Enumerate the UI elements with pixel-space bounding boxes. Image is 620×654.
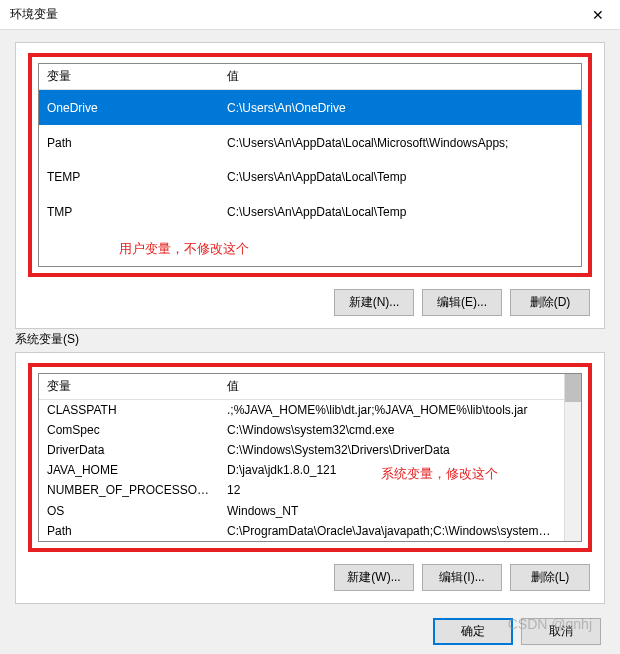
- user-delete-button[interactable]: 删除(D): [510, 289, 590, 316]
- scroll-thumb[interactable]: [565, 374, 581, 402]
- var-value: C:\Windows\system32\cmd.exe: [219, 420, 564, 440]
- col-variable[interactable]: 变量: [39, 64, 219, 90]
- system-new-button[interactable]: 新建(W)...: [334, 564, 414, 591]
- scrollbar[interactable]: [564, 374, 581, 542]
- system-variables-panel: 变量 值 CLASSPATH.;%JAVA_HOME%\lib\dt.jar;%…: [15, 352, 605, 605]
- var-value: 12: [219, 480, 564, 500]
- system-variables-highlight: 变量 值 CLASSPATH.;%JAVA_HOME%\lib\dt.jar;%…: [28, 363, 592, 553]
- col-variable[interactable]: 变量: [39, 374, 219, 400]
- col-value[interactable]: 值: [219, 374, 564, 400]
- var-value: .;%JAVA_HOME%\lib\dt.jar;%JAVA_HOME%\lib…: [219, 399, 564, 420]
- table-row[interactable]: CLASSPATH.;%JAVA_HOME%\lib\dt.jar;%JAVA_…: [39, 399, 564, 420]
- table-row[interactable]: ComSpecC:\Windows\system32\cmd.exe: [39, 420, 564, 440]
- var-value: C:\ProgramData\Oracle\Java\javapath;C:\W…: [219, 521, 564, 541]
- user-new-button[interactable]: 新建(N)...: [334, 289, 414, 316]
- var-name: ComSpec: [39, 420, 219, 440]
- cancel-button[interactable]: 取消: [521, 618, 601, 645]
- close-button[interactable]: ✕: [575, 0, 620, 30]
- table-row[interactable]: OSWindows_NT: [39, 501, 564, 521]
- col-value[interactable]: 值: [219, 64, 581, 90]
- table-row[interactable]: PathC:\Users\An\AppData\Local\Microsoft\…: [39, 125, 581, 160]
- var-name: JAVA_HOME: [39, 460, 219, 480]
- titlebar: 环境变量 ✕: [0, 0, 620, 30]
- system-section-label: 系统变量(S): [15, 331, 605, 348]
- var-name: NUMBER_OF_PROCESSORS: [39, 480, 219, 500]
- var-value: C:\Users\An\AppData\Local\Temp: [219, 195, 581, 230]
- close-icon: ✕: [592, 7, 604, 23]
- var-name: OneDrive: [39, 90, 219, 126]
- table-row[interactable]: TMPC:\Users\An\AppData\Local\Temp: [39, 195, 581, 230]
- user-variables-highlight: 变量 值 OneDriveC:\Users\An\OneDrivePathC:\…: [28, 53, 592, 277]
- var-name: OS: [39, 501, 219, 521]
- dialog-content: 变量 值 OneDriveC:\Users\An\OneDrivePathC:\…: [0, 30, 620, 654]
- user-edit-button[interactable]: 编辑(E)...: [422, 289, 502, 316]
- system-variables-table: 变量 值 CLASSPATH.;%JAVA_HOME%\lib\dt.jar;%…: [38, 373, 582, 543]
- system-edit-button[interactable]: 编辑(I)...: [422, 564, 502, 591]
- var-name: CLASSPATH: [39, 399, 219, 420]
- system-buttons: 新建(W)... 编辑(I)... 删除(L): [28, 560, 592, 591]
- var-value: C:\Users\An\AppData\Local\Microsoft\Wind…: [219, 125, 581, 160]
- var-value: Windows_NT: [219, 501, 564, 521]
- var-name: Path: [39, 521, 219, 541]
- ok-button[interactable]: 确定: [433, 618, 513, 645]
- user-annotation: 用户变量，不修改这个: [39, 230, 581, 266]
- dialog-footer: 确定 取消: [15, 604, 605, 645]
- user-variables-table: 变量 值 OneDriveC:\Users\An\OneDrivePathC:\…: [38, 63, 582, 267]
- window-title: 环境变量: [10, 6, 58, 23]
- system-annotation: 系统变量，修改这个: [381, 465, 498, 483]
- var-name: TMP: [39, 195, 219, 230]
- system-delete-button[interactable]: 删除(L): [510, 564, 590, 591]
- var-name: TEMP: [39, 160, 219, 195]
- table-row[interactable]: TEMPC:\Users\An\AppData\Local\Temp: [39, 160, 581, 195]
- var-value: C:\Users\An\AppData\Local\Temp: [219, 160, 581, 195]
- var-value: C:\Windows\System32\Drivers\DriverData: [219, 440, 564, 460]
- table-row[interactable]: OneDriveC:\Users\An\OneDrive: [39, 90, 581, 126]
- table-row[interactable]: DriverDataC:\Windows\System32\Drivers\Dr…: [39, 440, 564, 460]
- user-buttons: 新建(N)... 编辑(E)... 删除(D): [28, 285, 592, 316]
- user-variables-panel: 变量 值 OneDriveC:\Users\An\OneDrivePathC:\…: [15, 42, 605, 329]
- var-value: C:\Users\An\OneDrive: [219, 90, 581, 126]
- var-name: DriverData: [39, 440, 219, 460]
- system-section-text: 系统变量(S): [15, 332, 79, 346]
- var-name: Path: [39, 125, 219, 160]
- table-row[interactable]: NUMBER_OF_PROCESSORS12: [39, 480, 564, 500]
- table-row[interactable]: PathC:\ProgramData\Oracle\Java\javapath;…: [39, 521, 564, 541]
